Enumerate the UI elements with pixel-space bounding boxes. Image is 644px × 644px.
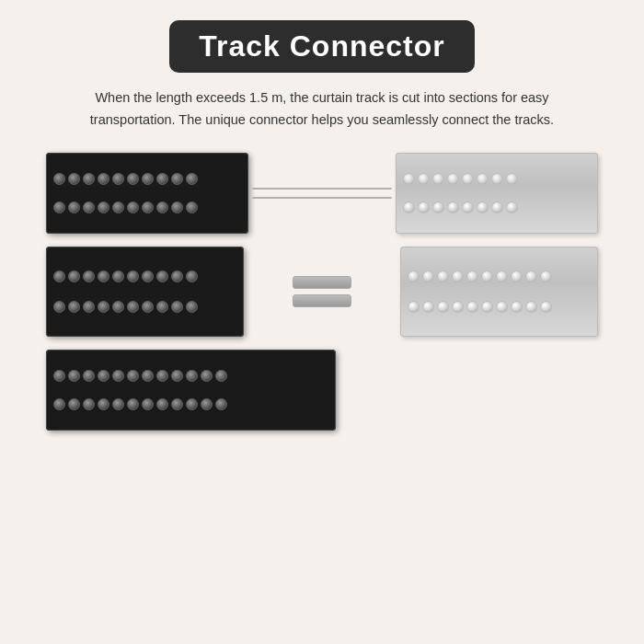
track-black-connected	[46, 350, 336, 431]
gap-line-bottom	[252, 197, 392, 199]
glider	[171, 270, 183, 282]
glider	[186, 270, 198, 282]
glider	[481, 270, 493, 282]
glider	[403, 173, 415, 185]
glider	[156, 301, 168, 313]
glider	[403, 201, 415, 213]
glider	[540, 270, 552, 282]
glider	[525, 270, 537, 282]
glider	[491, 201, 503, 213]
glider	[506, 173, 518, 185]
glider	[432, 173, 444, 185]
glider	[422, 301, 434, 313]
glider	[437, 270, 449, 282]
glider	[481, 301, 493, 313]
glider	[98, 201, 109, 213]
connector-bar-top	[293, 276, 351, 289]
glider	[418, 173, 430, 185]
glider	[112, 301, 124, 313]
glider	[525, 301, 537, 313]
description-text: When the length exceeds 1.5 m, the curta…	[83, 87, 561, 132]
glider	[511, 270, 523, 282]
glider	[68, 398, 80, 410]
glider	[83, 173, 95, 185]
glider	[142, 398, 154, 410]
glider	[112, 370, 124, 382]
glider	[496, 270, 508, 282]
glider	[83, 398, 95, 410]
glider	[447, 173, 459, 185]
glider	[53, 398, 65, 410]
glider	[53, 270, 65, 282]
glider	[477, 201, 489, 213]
row-connecting	[46, 246, 598, 338]
glider	[186, 301, 198, 313]
glider	[156, 370, 168, 382]
glider	[68, 201, 80, 213]
row-disconnected	[46, 152, 598, 235]
glider	[98, 370, 109, 382]
glider	[127, 173, 139, 185]
glider	[83, 301, 95, 313]
track-black-left	[46, 153, 248, 234]
glider	[142, 370, 154, 382]
glider	[68, 301, 80, 313]
glider	[511, 301, 523, 313]
glider	[171, 201, 183, 213]
glider-row-top	[46, 369, 336, 383]
glider-row-bottom	[396, 201, 598, 214]
glider	[496, 301, 508, 313]
glider	[171, 173, 183, 185]
glider	[432, 201, 444, 213]
glider	[540, 301, 552, 313]
glider	[53, 201, 65, 213]
glider	[53, 173, 65, 185]
glider	[53, 370, 65, 382]
glider	[142, 173, 154, 185]
glider	[215, 398, 227, 410]
glider	[127, 270, 139, 282]
title-box: Track Connector	[169, 20, 475, 73]
glider	[68, 270, 80, 282]
gap-zone	[248, 152, 396, 235]
glider	[447, 201, 459, 213]
glider	[53, 301, 65, 313]
glider	[156, 270, 168, 282]
track-white-connecting	[400, 247, 598, 337]
glider	[98, 398, 109, 410]
glider	[462, 173, 474, 185]
gap-line-top	[252, 188, 392, 190]
track-black-connecting	[46, 247, 244, 337]
connector-zone	[244, 246, 400, 338]
glider	[142, 201, 154, 213]
glider	[156, 398, 168, 410]
glider	[98, 301, 109, 313]
glider	[408, 301, 420, 313]
glider	[477, 173, 489, 185]
glider	[186, 398, 198, 410]
glider	[422, 270, 434, 282]
glider-row-top	[46, 270, 244, 283]
glider	[112, 270, 124, 282]
glider	[491, 173, 503, 185]
glider	[83, 270, 95, 282]
glider	[127, 301, 139, 313]
glider-row-top	[400, 270, 598, 283]
glider	[112, 201, 124, 213]
glider-row-bottom	[46, 300, 244, 314]
glider	[142, 270, 154, 282]
glider-row-bottom	[46, 397, 336, 411]
glider	[215, 370, 227, 382]
glider	[142, 301, 154, 313]
glider	[171, 301, 183, 313]
glider	[171, 370, 183, 382]
glider	[462, 201, 474, 213]
glider	[112, 398, 124, 410]
glider	[452, 301, 464, 313]
glider-row-top	[396, 172, 598, 186]
glider	[437, 301, 449, 313]
glider	[127, 201, 139, 213]
glider	[201, 398, 213, 410]
glider	[408, 270, 420, 282]
glider	[466, 301, 478, 313]
